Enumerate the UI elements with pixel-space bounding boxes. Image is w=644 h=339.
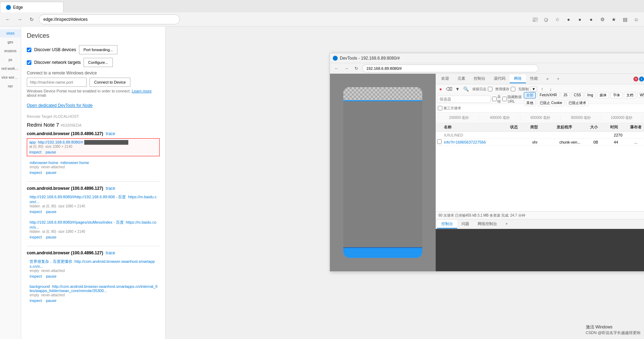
export-icon[interactable]: ↓ bbox=[547, 86, 554, 93]
favorites-star-icon[interactable]: ★ bbox=[609, 14, 619, 24]
network-table-body[interactable]: IUIULINED 2270 info bbox=[436, 132, 644, 211]
split-screen-icon[interactable]: ◶ bbox=[541, 14, 551, 24]
bottom-tab-console[interactable]: 控制台 bbox=[437, 220, 457, 229]
filter-tag-doc[interactable]: 文档 bbox=[624, 92, 636, 98]
pause-link-3[interactable]: pause bbox=[46, 210, 56, 214]
disable-cache-checkbox[interactable] bbox=[511, 87, 515, 91]
active-tab[interactable]: Edge bbox=[0, 2, 63, 12]
tab-welcome[interactable]: 欢迎 bbox=[437, 74, 453, 83]
filter-tag-all[interactable]: 全部 bbox=[524, 92, 536, 98]
trace-link-3[interactable]: trace bbox=[106, 250, 115, 255]
dt-address-input[interactable] bbox=[362, 65, 539, 72]
trace-link-1[interactable]: trace bbox=[106, 131, 115, 136]
dt-forward-button[interactable]: → bbox=[343, 65, 350, 72]
preserve-log-checkbox[interactable] bbox=[488, 87, 492, 91]
discover-usb-checkbox[interactable] bbox=[27, 48, 31, 52]
address-input[interactable] bbox=[39, 14, 180, 24]
tab-console[interactable]: 控制台 bbox=[470, 74, 490, 83]
inspect-link-6[interactable]: inspect bbox=[30, 298, 42, 303]
filter-tag-font[interactable]: 字体 bbox=[611, 92, 622, 98]
sidebar-item-red-workers[interactable]: red workers bbox=[0, 65, 21, 73]
pause-link-5[interactable]: pause bbox=[46, 274, 56, 278]
browser-entry-1: com.android.browser (100.0.4896.127) tra… bbox=[27, 131, 160, 176]
connect-input[interactable] bbox=[27, 78, 87, 87]
sidebar-item-ges[interactable]: ges bbox=[0, 38, 21, 46]
filter-input[interactable] bbox=[437, 96, 491, 103]
col-header-size[interactable]: 大小 bbox=[589, 125, 609, 130]
sidebar-item-ensions[interactable]: ensions bbox=[0, 47, 21, 55]
table-row-2[interactable]: info?t=16865637227566 xhr chunk-ven... 0… bbox=[436, 139, 644, 146]
row2-size: 0B bbox=[592, 140, 612, 144]
back-button[interactable]: ← bbox=[3, 14, 13, 24]
discover-network-checkbox[interactable] bbox=[27, 60, 31, 65]
tab-performance[interactable]: 性能 bbox=[526, 74, 542, 83]
col-header-initiator[interactable]: 发起程序 bbox=[555, 125, 588, 130]
col-header-status[interactable]: 状态 bbox=[509, 125, 529, 130]
throttle-selector[interactable]: ▼ bbox=[530, 86, 537, 92]
col-header-type[interactable]: 类型 bbox=[529, 125, 556, 130]
settings-icon[interactable]: ⚙ bbox=[597, 14, 607, 24]
third-party-checkbox[interactable] bbox=[438, 106, 442, 110]
bottom-tab-add[interactable]: + bbox=[501, 220, 512, 228]
configure-button[interactable]: Configure... bbox=[84, 58, 113, 67]
filter-tag-fetch[interactable]: Fetch/XHR bbox=[537, 92, 559, 98]
filter-tag-img[interactable]: Img bbox=[585, 92, 596, 98]
bottom-tab-issues[interactable]: 问题 bbox=[457, 220, 473, 229]
tab-sources[interactable]: 源代码 bbox=[490, 74, 510, 83]
trace-link-2[interactable]: trace bbox=[106, 186, 115, 191]
extension3-icon[interactable]: ● bbox=[586, 14, 596, 24]
connect-label: Connect to a remote Windows device bbox=[27, 71, 160, 75]
devtools-main-content: Devices Discover USB devices Port forwar… bbox=[21, 26, 165, 339]
tab-elements[interactable]: 元素 bbox=[453, 74, 470, 83]
favorites-icon[interactable]: ☆ bbox=[552, 14, 562, 24]
search-button[interactable]: 🔍 bbox=[462, 86, 470, 93]
filter-tag-css[interactable]: CSS bbox=[571, 92, 584, 98]
dt-back-button[interactable]: ← bbox=[333, 65, 341, 72]
clear-button[interactable]: ⌫ bbox=[446, 86, 453, 93]
sidebar-item-vice-workers[interactable]: vice workers bbox=[0, 73, 21, 81]
extension1-icon[interactable]: ● bbox=[564, 14, 574, 24]
learn-more-link[interactable]: Learn more bbox=[132, 89, 152, 93]
pause-link-2[interactable]: pause bbox=[46, 170, 56, 175]
sidebar-item-ps[interactable]: ps bbox=[0, 56, 21, 64]
devtools-address-bar: ← → ↻ bbox=[330, 63, 644, 74]
sidebar-item-vices[interactable]: vices bbox=[0, 29, 21, 37]
filter-tag-ws[interactable]: WS bbox=[637, 92, 644, 98]
connect-to-device-button[interactable]: Connect to Device bbox=[90, 78, 130, 87]
col-header-waterfall[interactable]: 瀑布者 bbox=[628, 125, 644, 130]
pause-link-1[interactable]: pause bbox=[45, 150, 56, 154]
pause-link-4[interactable]: pause bbox=[46, 235, 56, 239]
filter-tag-media[interactable]: 媒体 bbox=[597, 92, 609, 98]
record-button[interactable]: ● bbox=[437, 86, 444, 93]
bottom-tab-network-console[interactable]: 网络控制台 bbox=[473, 220, 501, 229]
filter-toggle[interactable]: ▼ bbox=[454, 86, 461, 93]
inspect-link-3[interactable]: inspect bbox=[30, 210, 42, 214]
sidebar-item-ner[interactable]: ner bbox=[0, 82, 21, 90]
pause-link-6[interactable]: pause bbox=[46, 298, 56, 303]
extension2-icon[interactable]: ● bbox=[575, 14, 585, 24]
table-row-1[interactable]: IUIULINED 2270 bbox=[436, 132, 644, 139]
tab-add[interactable]: + bbox=[553, 75, 563, 83]
inspect-link-2[interactable]: inspect bbox=[30, 170, 42, 175]
profile-icon[interactable]: ☺ bbox=[631, 14, 641, 24]
page-entry-5: 世界很复杂，百度更懂你 http://com.android.browser.s… bbox=[27, 258, 160, 280]
import-icon[interactable]: ↑ bbox=[539, 86, 546, 93]
page-url-6: background http://com.android.browser.sw… bbox=[30, 284, 158, 293]
col-header-time[interactable]: 时间 bbox=[609, 125, 629, 130]
reload-button[interactable]: ↻ bbox=[27, 14, 37, 24]
filter-tag-js[interactable]: JS bbox=[561, 92, 570, 98]
port-forwarding-button[interactable]: Port forwarding... bbox=[79, 45, 118, 54]
dt-reload-button[interactable]: ↻ bbox=[352, 65, 360, 72]
inspect-link-4[interactable]: inspect bbox=[30, 235, 42, 239]
tab-network[interactable]: 网络 bbox=[510, 74, 526, 83]
inspect-link-1[interactable]: inspect bbox=[29, 150, 42, 154]
col-header-name[interactable]: 名称 bbox=[442, 125, 509, 130]
tick-200k: 200000 毫秒 bbox=[438, 115, 479, 120]
forward-button[interactable]: → bbox=[15, 14, 25, 24]
tab-more[interactable]: » bbox=[542, 75, 553, 83]
reader-mode-icon[interactable]: 📰 bbox=[530, 14, 540, 24]
collections-icon[interactable]: ▤ bbox=[620, 14, 630, 24]
inspect-link-5[interactable]: inspect bbox=[30, 274, 42, 278]
page-entry-6: background http://com.android.browser.sw… bbox=[27, 283, 160, 304]
dedicated-devtools-link[interactable]: Open dedicated DevTools for Node bbox=[27, 103, 160, 108]
